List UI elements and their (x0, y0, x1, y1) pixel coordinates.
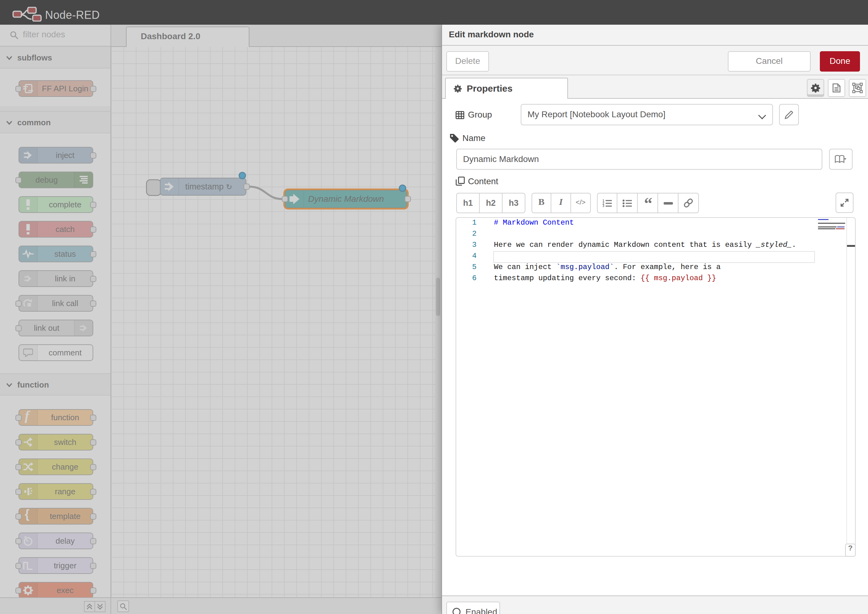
svg-text:3: 3 (602, 204, 604, 207)
